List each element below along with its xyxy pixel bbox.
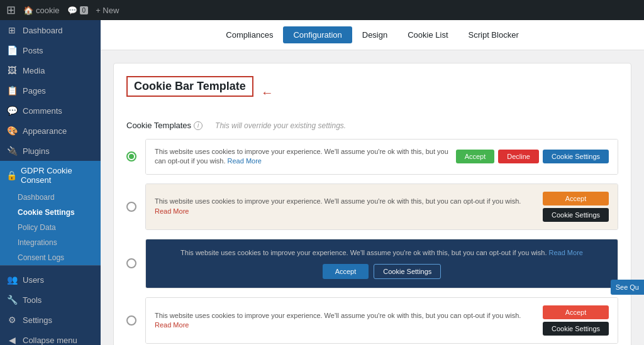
sidebar-item-users[interactable]: 👥 Users (0, 270, 101, 290)
sidebar-item-pages-label: Pages (23, 86, 46, 96)
arrow-icon: ← (261, 85, 274, 100)
template-radio-3[interactable] (126, 258, 136, 268)
gdpr-sub-cookie-settings[interactable]: Cookie Settings (0, 205, 101, 220)
new-post-item[interactable]: + New (96, 6, 119, 15)
tab-configuration[interactable]: Configuration (283, 26, 352, 43)
tab-compliances[interactable]: Compliances (216, 26, 283, 43)
gdpr-section: 🔒 GDPR Cookie Consent Dashboard Cookie S… (0, 161, 101, 265)
sidebar-item-plugins[interactable]: 🔌 Plugins (0, 141, 101, 161)
section-box: Cookie Bar Template ← Cookie Templates i… (113, 63, 631, 345)
sidebar-item-appearance-label: Appearance (23, 126, 67, 136)
template-4-buttons: Accept Cookie Settings (543, 305, 609, 336)
site-name-label: cookie (36, 6, 60, 15)
template-4-cookie-settings-button[interactable]: Cookie Settings (543, 322, 609, 336)
gdpr-sub-integrations[interactable]: Integrations (0, 235, 101, 250)
users-icon: 👥 (6, 275, 18, 285)
template-3-buttons: Accept Cookie Settings (323, 264, 441, 279)
template-2-buttons: Accept Cookie Settings (543, 192, 609, 222)
template-2-body: This website uses cookies to improve you… (146, 184, 618, 229)
template-preview-2: This website uses cookies to improve you… (145, 183, 618, 230)
gdpr-label: GDPR Cookie Consent (21, 166, 94, 185)
template-preview-4: This website uses cookies to improve you… (145, 297, 618, 344)
top-nav: Compliances Configuration Design Cookie … (101, 20, 644, 50)
gdpr-lock-icon: 🔒 (6, 170, 17, 180)
posts-icon: 📄 (6, 45, 18, 55)
wp-logo-icon: ⊞ (6, 3, 16, 17)
sidebar-item-plugins-label: Plugins (23, 146, 50, 156)
media-icon: 🖼 (6, 65, 18, 75)
sidebar-item-media[interactable]: 🖼 Media (0, 60, 101, 80)
sidebar-item-tools[interactable]: 🔧 Tools (0, 290, 101, 310)
templates-label-row: Cookie Templates i This will override yo… (126, 121, 618, 130)
template-3-accept-button[interactable]: Accept (323, 264, 369, 279)
sidebar-item-dashboard[interactable]: ⊞ Dashboard (0, 20, 101, 40)
collapse-icon: ◀ (6, 335, 18, 345)
template-radio-4[interactable] (126, 315, 136, 326)
settings-icon: ⚙ (6, 315, 18, 325)
dashboard-icon: ⊞ (6, 25, 18, 35)
templates-hint: This will override your existing setting… (215, 121, 346, 130)
comments-nav-icon: 💬 (6, 106, 18, 116)
content-area: Compliances Configuration Design Cookie … (101, 20, 644, 345)
gdpr-sub-policy-data[interactable]: Policy Data (0, 220, 101, 235)
main-layout: ⊞ Dashboard 📄 Posts 🖼 Media 📋 Pages 💬 Co… (0, 20, 644, 345)
template-1-cookie-settings-button[interactable]: Cookie Settings (543, 150, 609, 163)
new-label: + New (96, 6, 119, 15)
template-4-accept-button[interactable]: Accept (543, 305, 609, 319)
template-preview-1: This website uses cookies to improve you… (145, 139, 618, 175)
template-2-text: This website uses cookies to improve you… (155, 197, 536, 216)
sidebar-bottom-section: 👥 Users 🔧 Tools ⚙ Settings ◀ Collapse me… (0, 265, 101, 345)
template-4-link[interactable]: Read More (155, 321, 189, 329)
sidebar-item-collapse[interactable]: ◀ Collapse menu (0, 330, 101, 345)
template-1-buttons: Accept Decline Cookie Settings (456, 150, 609, 163)
page-content: Cookie Bar Template ← Cookie Templates i… (101, 50, 644, 345)
template-2-link[interactable]: Read More (155, 207, 189, 215)
gdpr-header[interactable]: 🔒 GDPR Cookie Consent (0, 161, 101, 190)
template-2-cookie-settings-button[interactable]: Cookie Settings (543, 208, 609, 222)
site-name-item[interactable]: 🏠 cookie (23, 6, 60, 15)
admin-bar: ⊞ 🏠 cookie 💬 0 + New (0, 0, 644, 20)
tab-cookie-list[interactable]: Cookie List (397, 26, 458, 43)
template-3-link[interactable]: Read More (549, 249, 583, 256)
tools-icon: 🔧 (6, 295, 18, 305)
sidebar-item-dashboard-label: Dashboard (23, 26, 63, 35)
template-card-2[interactable]: This website uses cookies to improve you… (126, 183, 618, 230)
template-1-accept-button[interactable]: Accept (456, 150, 495, 163)
appearance-icon: 🎨 (6, 126, 18, 136)
template-2-accept-button[interactable]: Accept (543, 192, 609, 205)
template-card-1[interactable]: This website uses cookies to improve you… (126, 139, 618, 175)
gdpr-sub-dashboard[interactable]: Dashboard (0, 190, 101, 205)
template-radio-1[interactable] (126, 151, 136, 162)
templates-grid: This website uses cookies to improve you… (126, 139, 618, 344)
template-3-cookie-settings-button[interactable]: Cookie Settings (374, 264, 441, 279)
template-card-3[interactable]: This website uses cookies to improve you… (126, 239, 618, 288)
template-1-text: This website uses cookies to improve you… (155, 147, 450, 167)
see-qu-button[interactable]: See Qu (611, 280, 644, 295)
comment-count: 0 (80, 6, 89, 14)
sidebar-item-media-label: Media (23, 66, 45, 75)
template-card-4[interactable]: This website uses cookies to improve you… (126, 297, 618, 344)
sidebar-item-posts[interactable]: 📄 Posts (0, 40, 101, 60)
sidebar-item-appearance[interactable]: 🎨 Appearance (0, 121, 101, 141)
gdpr-sub-consent-logs[interactable]: Consent Logs (0, 250, 101, 265)
pages-icon: 📋 (6, 85, 18, 96)
plugins-icon: 🔌 (6, 146, 18, 156)
sidebar-item-comments-label: Comments (23, 106, 62, 116)
template-1-decline-button[interactable]: Decline (498, 150, 539, 163)
tab-script-blocker[interactable]: Script Blocker (458, 26, 529, 43)
tab-design[interactable]: Design (352, 26, 397, 43)
template-1-link[interactable]: Read More (228, 157, 262, 165)
comments-item[interactable]: 💬 0 (67, 6, 89, 15)
sidebar-item-comments[interactable]: 💬 Comments (0, 101, 101, 121)
sidebar-item-settings[interactable]: ⚙ Settings (0, 310, 101, 330)
info-icon[interactable]: i (194, 121, 203, 130)
templates-label: Cookie Templates i (126, 121, 203, 130)
sidebar-item-pages[interactable]: 📋 Pages (0, 80, 101, 101)
section-heading: Cookie Bar Template (126, 76, 253, 97)
site-icon: 🏠 (23, 6, 33, 15)
template-4-body: This website uses cookies to improve you… (146, 298, 618, 343)
template-4-text: This website uses cookies to improve you… (155, 311, 536, 331)
template-3-body: This website uses cookies to improve you… (146, 239, 618, 288)
template-preview-3: This website uses cookies to improve you… (145, 239, 618, 288)
template-radio-2[interactable] (126, 202, 136, 212)
